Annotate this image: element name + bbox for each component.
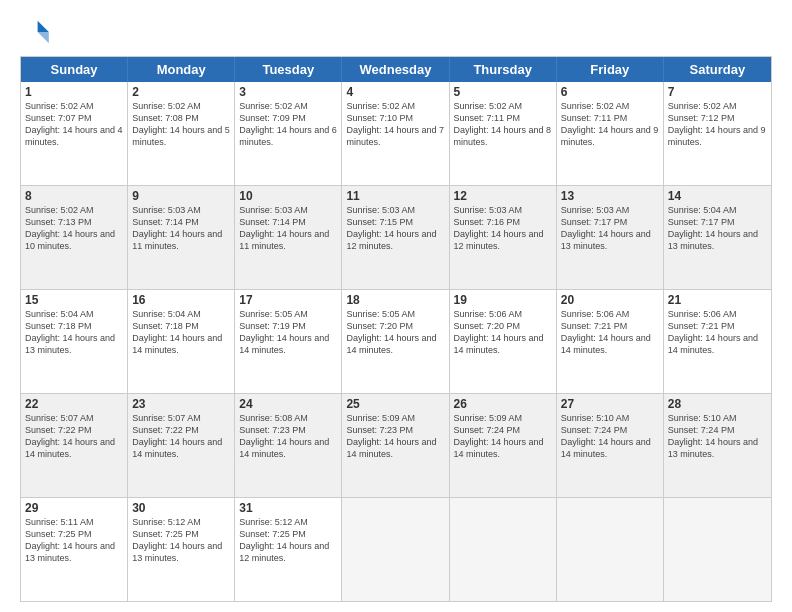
cell-info: Sunrise: 5:03 AMSunset: 7:16 PMDaylight:… <box>454 204 552 253</box>
cell-info: Sunrise: 5:09 AMSunset: 7:23 PMDaylight:… <box>346 412 444 461</box>
cell-info: Sunrise: 5:04 AMSunset: 7:18 PMDaylight:… <box>25 308 123 357</box>
svg-marker-0 <box>38 21 49 32</box>
calendar-cell: 3Sunrise: 5:02 AMSunset: 7:09 PMDaylight… <box>235 82 342 185</box>
day-number: 1 <box>25 85 123 99</box>
calendar-cell: 17Sunrise: 5:05 AMSunset: 7:19 PMDayligh… <box>235 290 342 393</box>
calendar-week-row: 15Sunrise: 5:04 AMSunset: 7:18 PMDayligh… <box>21 289 771 393</box>
day-number: 12 <box>454 189 552 203</box>
cell-info: Sunrise: 5:03 AMSunset: 7:15 PMDaylight:… <box>346 204 444 253</box>
day-number: 5 <box>454 85 552 99</box>
calendar-week-row: 8Sunrise: 5:02 AMSunset: 7:13 PMDaylight… <box>21 185 771 289</box>
cell-info: Sunrise: 5:02 AMSunset: 7:07 PMDaylight:… <box>25 100 123 149</box>
calendar-cell: 24Sunrise: 5:08 AMSunset: 7:23 PMDayligh… <box>235 394 342 497</box>
day-number: 21 <box>668 293 767 307</box>
cell-info: Sunrise: 5:03 AMSunset: 7:14 PMDaylight:… <box>239 204 337 253</box>
calendar-cell: 31Sunrise: 5:12 AMSunset: 7:25 PMDayligh… <box>235 498 342 601</box>
cell-info: Sunrise: 5:03 AMSunset: 7:17 PMDaylight:… <box>561 204 659 253</box>
day-number: 3 <box>239 85 337 99</box>
calendar-header: SundayMondayTuesdayWednesdayThursdayFrid… <box>21 57 771 82</box>
day-number: 27 <box>561 397 659 411</box>
calendar-cell: 11Sunrise: 5:03 AMSunset: 7:15 PMDayligh… <box>342 186 449 289</box>
cell-info: Sunrise: 5:06 AMSunset: 7:21 PMDaylight:… <box>668 308 767 357</box>
cell-info: Sunrise: 5:02 AMSunset: 7:11 PMDaylight:… <box>454 100 552 149</box>
cell-info: Sunrise: 5:04 AMSunset: 7:18 PMDaylight:… <box>132 308 230 357</box>
day-number: 2 <box>132 85 230 99</box>
calendar-cell: 7Sunrise: 5:02 AMSunset: 7:12 PMDaylight… <box>664 82 771 185</box>
logo-icon <box>20 16 52 48</box>
svg-marker-1 <box>38 32 49 43</box>
day-number: 17 <box>239 293 337 307</box>
calendar: SundayMondayTuesdayWednesdayThursdayFrid… <box>20 56 772 602</box>
day-number: 7 <box>668 85 767 99</box>
calendar-cell: 20Sunrise: 5:06 AMSunset: 7:21 PMDayligh… <box>557 290 664 393</box>
calendar-cell: 22Sunrise: 5:07 AMSunset: 7:22 PMDayligh… <box>21 394 128 497</box>
day-number: 20 <box>561 293 659 307</box>
day-number: 18 <box>346 293 444 307</box>
weekday-header: Monday <box>128 57 235 82</box>
calendar-cell: 10Sunrise: 5:03 AMSunset: 7:14 PMDayligh… <box>235 186 342 289</box>
calendar-cell <box>557 498 664 601</box>
cell-info: Sunrise: 5:02 AMSunset: 7:08 PMDaylight:… <box>132 100 230 149</box>
calendar-cell: 14Sunrise: 5:04 AMSunset: 7:17 PMDayligh… <box>664 186 771 289</box>
day-number: 10 <box>239 189 337 203</box>
day-number: 28 <box>668 397 767 411</box>
cell-info: Sunrise: 5:02 AMSunset: 7:09 PMDaylight:… <box>239 100 337 149</box>
calendar-cell: 16Sunrise: 5:04 AMSunset: 7:18 PMDayligh… <box>128 290 235 393</box>
calendar-cell: 15Sunrise: 5:04 AMSunset: 7:18 PMDayligh… <box>21 290 128 393</box>
cell-info: Sunrise: 5:02 AMSunset: 7:10 PMDaylight:… <box>346 100 444 149</box>
weekday-header: Thursday <box>450 57 557 82</box>
cell-info: Sunrise: 5:03 AMSunset: 7:14 PMDaylight:… <box>132 204 230 253</box>
calendar-cell: 18Sunrise: 5:05 AMSunset: 7:20 PMDayligh… <box>342 290 449 393</box>
day-number: 24 <box>239 397 337 411</box>
weekday-header: Tuesday <box>235 57 342 82</box>
calendar-cell <box>342 498 449 601</box>
day-number: 16 <box>132 293 230 307</box>
calendar-cell: 23Sunrise: 5:07 AMSunset: 7:22 PMDayligh… <box>128 394 235 497</box>
calendar-cell: 8Sunrise: 5:02 AMSunset: 7:13 PMDaylight… <box>21 186 128 289</box>
cell-info: Sunrise: 5:12 AMSunset: 7:25 PMDaylight:… <box>132 516 230 565</box>
calendar-cell: 30Sunrise: 5:12 AMSunset: 7:25 PMDayligh… <box>128 498 235 601</box>
calendar-cell <box>450 498 557 601</box>
cell-info: Sunrise: 5:05 AMSunset: 7:19 PMDaylight:… <box>239 308 337 357</box>
calendar-cell: 29Sunrise: 5:11 AMSunset: 7:25 PMDayligh… <box>21 498 128 601</box>
cell-info: Sunrise: 5:02 AMSunset: 7:11 PMDaylight:… <box>561 100 659 149</box>
calendar-cell: 26Sunrise: 5:09 AMSunset: 7:24 PMDayligh… <box>450 394 557 497</box>
day-number: 22 <box>25 397 123 411</box>
cell-info: Sunrise: 5:02 AMSunset: 7:12 PMDaylight:… <box>668 100 767 149</box>
calendar-cell: 5Sunrise: 5:02 AMSunset: 7:11 PMDaylight… <box>450 82 557 185</box>
weekday-header: Sunday <box>21 57 128 82</box>
calendar-week-row: 1Sunrise: 5:02 AMSunset: 7:07 PMDaylight… <box>21 82 771 185</box>
day-number: 8 <box>25 189 123 203</box>
cell-info: Sunrise: 5:05 AMSunset: 7:20 PMDaylight:… <box>346 308 444 357</box>
calendar-cell: 25Sunrise: 5:09 AMSunset: 7:23 PMDayligh… <box>342 394 449 497</box>
calendar-week-row: 29Sunrise: 5:11 AMSunset: 7:25 PMDayligh… <box>21 497 771 601</box>
calendar-cell: 9Sunrise: 5:03 AMSunset: 7:14 PMDaylight… <box>128 186 235 289</box>
day-number: 31 <box>239 501 337 515</box>
cell-info: Sunrise: 5:06 AMSunset: 7:21 PMDaylight:… <box>561 308 659 357</box>
weekday-header: Saturday <box>664 57 771 82</box>
calendar-cell: 1Sunrise: 5:02 AMSunset: 7:07 PMDaylight… <box>21 82 128 185</box>
weekday-header: Wednesday <box>342 57 449 82</box>
day-number: 13 <box>561 189 659 203</box>
day-number: 6 <box>561 85 659 99</box>
day-number: 14 <box>668 189 767 203</box>
calendar-cell: 13Sunrise: 5:03 AMSunset: 7:17 PMDayligh… <box>557 186 664 289</box>
day-number: 15 <box>25 293 123 307</box>
day-number: 26 <box>454 397 552 411</box>
cell-info: Sunrise: 5:08 AMSunset: 7:23 PMDaylight:… <box>239 412 337 461</box>
cell-info: Sunrise: 5:06 AMSunset: 7:20 PMDaylight:… <box>454 308 552 357</box>
cell-info: Sunrise: 5:09 AMSunset: 7:24 PMDaylight:… <box>454 412 552 461</box>
day-number: 25 <box>346 397 444 411</box>
calendar-cell: 12Sunrise: 5:03 AMSunset: 7:16 PMDayligh… <box>450 186 557 289</box>
calendar-cell: 4Sunrise: 5:02 AMSunset: 7:10 PMDaylight… <box>342 82 449 185</box>
day-number: 19 <box>454 293 552 307</box>
page-header <box>20 16 772 48</box>
cell-info: Sunrise: 5:11 AMSunset: 7:25 PMDaylight:… <box>25 516 123 565</box>
weekday-header: Friday <box>557 57 664 82</box>
cell-info: Sunrise: 5:10 AMSunset: 7:24 PMDaylight:… <box>668 412 767 461</box>
calendar-cell <box>664 498 771 601</box>
calendar-body: 1Sunrise: 5:02 AMSunset: 7:07 PMDaylight… <box>21 82 771 601</box>
calendar-cell: 27Sunrise: 5:10 AMSunset: 7:24 PMDayligh… <box>557 394 664 497</box>
calendar-cell: 6Sunrise: 5:02 AMSunset: 7:11 PMDaylight… <box>557 82 664 185</box>
cell-info: Sunrise: 5:02 AMSunset: 7:13 PMDaylight:… <box>25 204 123 253</box>
